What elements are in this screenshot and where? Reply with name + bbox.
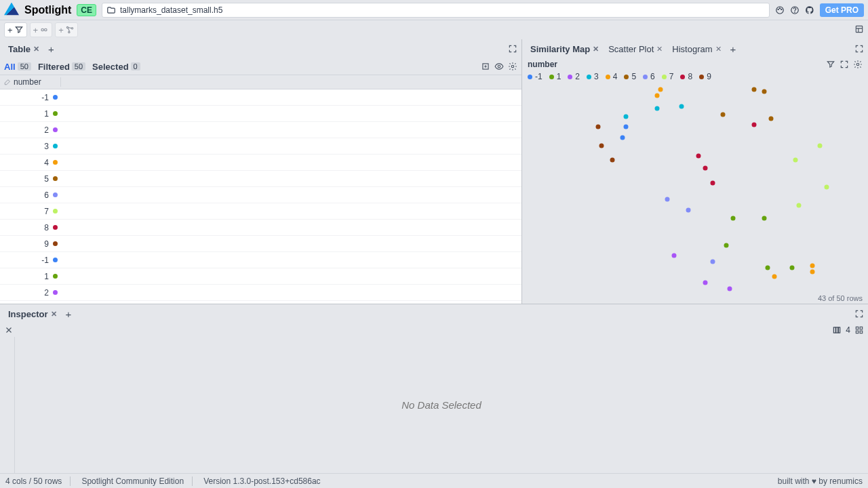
legend-item[interactable]: 8 <box>680 72 692 81</box>
table-row[interactable]: 2 <box>0 285 521 301</box>
map-point[interactable] <box>817 143 822 148</box>
map-point[interactable] <box>762 216 767 220</box>
map-point[interactable] <box>654 106 659 110</box>
tab-scatter-plot[interactable]: Scatter Plot ✕ <box>604 41 667 57</box>
map-point[interactable] <box>810 264 815 268</box>
columns-icon[interactable] <box>832 325 842 335</box>
add-tab-button[interactable]: + <box>727 42 740 56</box>
map-point[interactable] <box>751 123 756 127</box>
legend-item[interactable]: 7 <box>662 72 674 81</box>
palette-icon[interactable] <box>775 5 785 15</box>
tab-table[interactable]: Table ✕ <box>4 41 43 57</box>
table-row[interactable]: 3 <box>0 138 521 155</box>
map-point[interactable] <box>672 253 677 258</box>
map-point[interactable] <box>665 197 670 202</box>
filter-all[interactable]: All 50 <box>4 62 31 72</box>
table-row[interactable]: 1 <box>0 106 521 122</box>
table-row[interactable]: 6 <box>0 187 521 203</box>
close-icon[interactable]: ✕ <box>51 310 57 319</box>
close-icon[interactable]: ✕ <box>715 45 722 54</box>
add-graph-button[interactable]: + <box>55 22 78 37</box>
gear-icon[interactable] <box>853 60 863 69</box>
column-header-number[interactable]: number <box>0 77 61 87</box>
table-body[interactable]: -1123456789-112 <box>0 89 521 304</box>
map-point[interactable] <box>703 280 708 285</box>
add-column-icon[interactable] <box>481 62 490 71</box>
grid-icon[interactable] <box>854 325 864 335</box>
map-canvas[interactable] <box>522 85 868 293</box>
map-point[interactable] <box>724 243 728 247</box>
map-point[interactable] <box>728 286 732 291</box>
map-point[interactable] <box>679 104 684 108</box>
map-point[interactable] <box>769 116 774 121</box>
map-point[interactable] <box>696 154 701 159</box>
legend-item[interactable]: 2 <box>568 72 580 81</box>
table-row[interactable]: 2 <box>0 122 521 138</box>
map-point[interactable] <box>797 203 802 208</box>
fit-icon[interactable] <box>840 60 849 69</box>
table-row[interactable]: 5 <box>0 171 521 187</box>
map-point[interactable] <box>710 180 715 185</box>
map-point[interactable] <box>810 270 815 274</box>
add-tab-button[interactable]: + <box>62 307 75 321</box>
maximize-icon[interactable] <box>854 309 864 319</box>
table-row[interactable]: 1 <box>0 268 521 285</box>
layout-icon[interactable] <box>854 24 864 34</box>
legend-item[interactable]: 9 <box>699 72 711 81</box>
filter-icon[interactable] <box>826 60 835 69</box>
map-point[interactable] <box>766 266 770 270</box>
tab-inspector[interactable]: Inspector ✕ <box>4 306 61 322</box>
map-point[interactable] <box>762 89 767 94</box>
map-point[interactable] <box>624 125 629 129</box>
map-point[interactable] <box>824 184 829 189</box>
map-point[interactable] <box>751 87 756 92</box>
legend-item[interactable]: 3 <box>587 72 599 81</box>
close-icon[interactable]: ✕ <box>656 45 663 54</box>
map-point[interactable] <box>599 143 604 148</box>
table-row[interactable]: 9 <box>0 236 521 252</box>
map-point[interactable] <box>703 166 708 171</box>
map-point[interactable] <box>654 94 659 98</box>
filter-filtered[interactable]: Filtered 50 <box>38 62 85 72</box>
map-point[interactable] <box>624 114 629 119</box>
filter-selected[interactable]: Selected 0 <box>92 62 140 72</box>
help-icon[interactable] <box>790 5 800 15</box>
map-point[interactable] <box>793 158 797 163</box>
github-icon[interactable] <box>805 5 814 15</box>
close-icon[interactable]: ✕ <box>593 45 599 54</box>
map-point[interactable] <box>772 274 777 279</box>
add-filter-button[interactable]: + <box>4 22 27 37</box>
filename-input[interactable]: tallymarks_dataset_small.h5 <box>102 3 770 18</box>
table-row[interactable]: 8 <box>0 220 521 236</box>
map-point[interactable] <box>610 158 614 163</box>
legend-item[interactable]: -1 <box>528 72 542 81</box>
tab-similarity-map[interactable]: Similarity Map ✕ <box>526 41 603 57</box>
legend-item[interactable]: 5 <box>624 72 636 81</box>
map-point[interactable] <box>731 216 736 220</box>
close-icon[interactable] <box>4 325 14 335</box>
map-point[interactable] <box>789 266 794 270</box>
table-row[interactable]: -1 <box>0 252 521 268</box>
table-panel: Table ✕ + All 50 Filtered 50 Selected 0 <box>0 39 522 304</box>
tab-histogram[interactable]: Histogram ✕ <box>668 41 725 57</box>
table-row[interactable]: 7 <box>0 203 521 220</box>
table-row[interactable]: 4 <box>0 155 521 171</box>
visibility-icon[interactable] <box>494 62 504 71</box>
map-point[interactable] <box>686 207 690 212</box>
table-row[interactable]: -1 <box>0 89 521 106</box>
maximize-icon[interactable] <box>854 44 864 54</box>
map-point[interactable] <box>596 125 601 129</box>
map-point[interactable] <box>620 135 625 140</box>
map-point[interactable] <box>658 87 663 92</box>
add-tab-button[interactable]: + <box>45 42 58 56</box>
close-icon[interactable]: ✕ <box>33 45 39 54</box>
map-point[interactable] <box>710 260 715 264</box>
legend-item[interactable]: 4 <box>606 72 618 81</box>
map-point[interactable] <box>720 112 725 117</box>
gear-icon[interactable] <box>508 62 517 71</box>
get-pro-button[interactable]: Get PRO <box>820 3 864 17</box>
legend-item[interactable]: 1 <box>549 72 561 81</box>
add-link-button[interactable]: + <box>30 22 53 37</box>
maximize-icon[interactable] <box>508 44 517 54</box>
legend-item[interactable]: 6 <box>643 72 655 81</box>
